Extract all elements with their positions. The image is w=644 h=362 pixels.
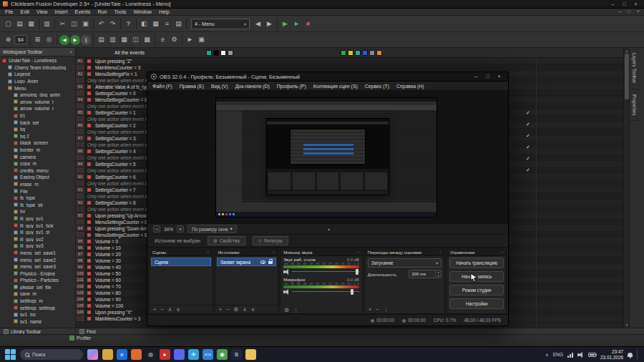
workspace-item-fs-type-str[interactable]: fs_type_str: [0, 201, 75, 208]
stop-icon[interactable]: ■: [303, 19, 313, 29]
mixer-tool-icon[interactable]: ⚙: [284, 307, 289, 314]
tray-overflow-chevron-icon[interactable]: ∧: [545, 352, 548, 357]
child-restore-button[interactable]: □: [625, 9, 633, 15]
workspace-item-copy-m[interactable]: copy_m: [0, 160, 75, 167]
workspace-item-black-screen[interactable]: black_screen: [0, 140, 75, 147]
obs-maximize-button[interactable]: □: [482, 73, 493, 80]
event-list-scrollbar[interactable]: ▴ ▾: [623, 48, 629, 328]
lock-icon[interactable]: [268, 261, 273, 264]
workspace-item-credits-menu[interactable]: credits_menu: [0, 167, 75, 175]
workspace-item-please-sel-file[interactable]: please_sel_file: [0, 284, 75, 291]
color-chip[interactable]: [369, 50, 375, 56]
previous-frame-icon[interactable]: ◀: [253, 19, 263, 29]
maximize-button[interactable]: □: [619, 1, 630, 8]
grid-icon[interactable]: ⊞: [32, 34, 43, 45]
workspace-item-cherry-team-introducing[interactable]: Cherry Team Introducing: [0, 64, 75, 72]
color-chip[interactable]: [228, 50, 233, 56]
mic-volume-slider[interactable]: [292, 289, 359, 295]
event-checkmark[interactable]: ✓: [526, 145, 530, 150]
workspace-item-physics-engine[interactable]: Physics - Engine: [0, 270, 75, 277]
zoom-icon[interactable]: ⊕: [3, 34, 14, 45]
close-button[interactable]: ×: [630, 1, 641, 8]
color-chip[interactable]: [376, 50, 382, 56]
color-chip[interactable]: [348, 50, 353, 56]
workspace-item-easing-object[interactable]: Easing Object: [0, 174, 75, 181]
obs-menu-файл-f[interactable]: Файл (F): [149, 82, 176, 90]
workspace-item-camera[interactable]: camera: [0, 153, 75, 160]
taskbar-app-telegram[interactable]: ✈: [188, 349, 199, 360]
profiler-tab[interactable]: Profiler: [66, 335, 94, 341]
workspace-item-settings-settings[interactable]: settings_settings: [0, 304, 75, 311]
начать-трансляцию-button[interactable]: Начать трансляцию: [449, 258, 504, 268]
search-input[interactable]: Поиск: [20, 349, 83, 360]
transitions-tool-icon[interactable]: −: [376, 306, 379, 313]
expression-editor-icon[interactable]: e: [157, 34, 168, 45]
workspace-item-legend[interactable]: Legend: [0, 71, 75, 78]
storyboard-editor-icon[interactable]: ◧: [139, 19, 150, 29]
color-chip[interactable]: [341, 50, 346, 56]
workspace-item-erase-m[interactable]: erase_m: [0, 181, 75, 188]
obs-menu-коллекция-сцен-s[interactable]: Коллекция сцен (S): [310, 82, 361, 90]
show-desktop-button[interactable]: [637, 349, 639, 361]
play-icon[interactable]: ►: [185, 34, 195, 45]
spin-down-icon[interactable]: ▾: [436, 274, 441, 278]
color-chip[interactable]: [220, 50, 226, 56]
print-icon[interactable]: ▥: [42, 19, 52, 29]
language-indicator[interactable]: ENG: [553, 352, 563, 357]
workspace-item-lil-guy-sv2[interactable]: lil_guy_sv2: [0, 235, 75, 243]
event-list-editor-icon[interactable]: ▤: [173, 19, 184, 29]
transitions-tool-icon[interactable]: +: [369, 306, 371, 313]
zoom-in-button[interactable]: +: [177, 225, 184, 233]
event-checkmark[interactable]: ✓: [526, 156, 530, 161]
copy-icon[interactable]: ◫: [69, 19, 79, 29]
taskbar-app-chrome[interactable]: ◉: [217, 349, 228, 360]
workspace-item-lil-guy-sv1-st[interactable]: lil_guy_sv1_st: [0, 229, 75, 236]
obs-menu-профиль-p[interactable]: Профиль (P): [273, 82, 310, 90]
workspace-item-back-set[interactable]: back_set: [0, 119, 75, 126]
properties-button[interactable]: ⚙ Свойства: [208, 236, 245, 245]
fusion-menu-edit[interactable]: Edit: [17, 9, 33, 15]
event-row[interactable]: MainMenuCounter = 3: [76, 64, 623, 71]
volume-slider[interactable]: [292, 269, 359, 275]
taskbar-app-steam[interactable]: S: [231, 349, 242, 360]
obs-close-button[interactable]: ×: [494, 73, 504, 80]
layers-list-icon[interactable]: ▥: [107, 34, 118, 45]
workspace-item-border-m[interactable]: border_m: [0, 147, 75, 154]
fusion-menu-insert[interactable]: Insert: [51, 9, 71, 15]
clock[interactable]: 23:47 23.01.2026: [600, 349, 623, 360]
color-chip[interactable]: [213, 50, 219, 56]
scenes-tool-icon[interactable]: +: [153, 306, 156, 313]
child-close-button[interactable]: ×: [634, 9, 643, 15]
workspace-item-file[interactable]: File: [0, 187, 75, 195]
fusion-menu-file[interactable]: File: [1, 9, 17, 15]
workspace-item-arrow-volume-r[interactable]: arrow_volume_r: [0, 105, 75, 112]
fusion-menu-events[interactable]: Events: [71, 9, 94, 15]
workspace-item-arrow-volume-l[interactable]: arrow_volume_l: [0, 99, 75, 106]
event-checkmark[interactable]: ✓: [526, 122, 530, 127]
workspace-item-logo-anim[interactable]: Logo_Anim: [0, 78, 75, 85]
collapse-icon[interactable]: –: [207, 250, 209, 254]
new-icon[interactable]: ▢: [3, 19, 14, 29]
grid-options-icon[interactable]: ▦: [119, 34, 130, 45]
fusion-menu-window[interactable]: Window: [130, 9, 155, 15]
workspace-item-settings-m[interactable]: settings_m: [0, 298, 75, 305]
workspace-item-physics-particles[interactable]: Physics - Particles: [0, 277, 75, 284]
center-frame-icon[interactable]: ◎: [44, 34, 54, 45]
taskbar-app-explorer[interactable]: [102, 349, 113, 360]
next-frame-icon[interactable]: ▶: [264, 19, 275, 29]
frame-editor-icon[interactable]: ▦: [150, 19, 161, 29]
collapse-icon[interactable]: –: [439, 250, 441, 254]
undo-icon[interactable]: ↶: [96, 19, 107, 29]
workspace-item-sv1-name[interactable]: sv1_name: [0, 318, 75, 326]
workspace-item-lil-guy-sv1[interactable]: lil_guy_sv1: [0, 215, 75, 222]
run-frame-icon[interactable]: ►: [291, 19, 302, 29]
zoom-out-button[interactable]: −: [153, 225, 160, 233]
workspace-item-menu-sel-save1[interactable]: menu_sel_save1: [0, 250, 75, 257]
taskbar-app-vscode[interactable]: <>: [203, 349, 213, 360]
scenes-tool-icon[interactable]: ∨: [176, 306, 180, 313]
event-editor-icon[interactable]: ≡: [162, 19, 172, 29]
transition-select[interactable]: Затухание ▾: [368, 258, 442, 268]
transitions-tool-icon[interactable]: ⋮: [384, 306, 389, 313]
minimize-button[interactable]: –: [608, 1, 618, 8]
obs-menu-правка-e[interactable]: Правка (E): [176, 82, 208, 90]
